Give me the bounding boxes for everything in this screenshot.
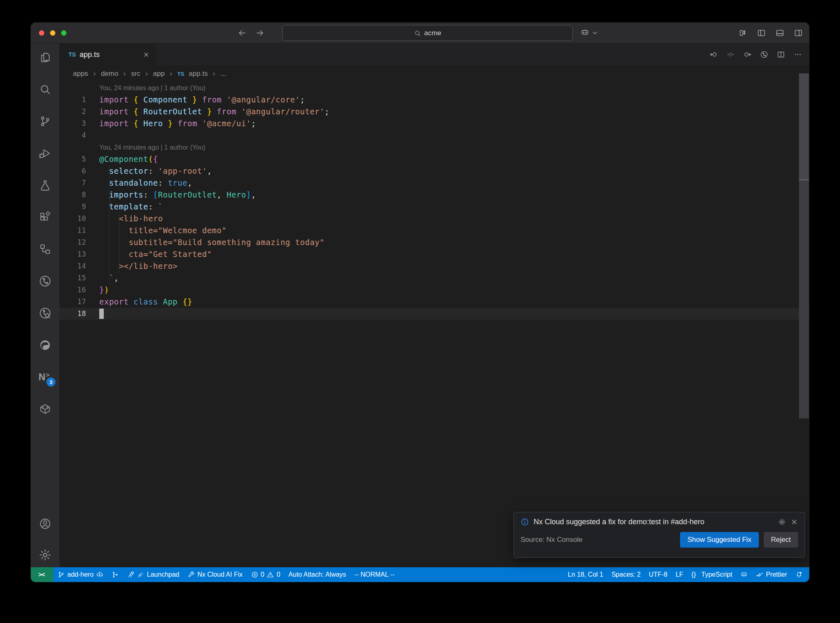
- forward-arrow-icon[interactable]: [256, 29, 264, 37]
- title-bar: acme: [31, 23, 809, 43]
- extensions-icon[interactable]: [39, 211, 52, 224]
- breadcrumb-item[interactable]: ...: [220, 70, 226, 78]
- code-line: 17export class App {}: [59, 296, 809, 308]
- notification-source: Source: Nx Console: [520, 536, 680, 544]
- minimize-window-button[interactable]: [50, 30, 55, 36]
- braces-icon: {}: [692, 571, 699, 578]
- activity-bar: N>3: [31, 43, 59, 567]
- editor-actions: [710, 43, 802, 66]
- cursor-position-status[interactable]: Ln 18, Col 1: [564, 567, 607, 582]
- prettier-status[interactable]: Prettier: [752, 567, 791, 582]
- launchpad-status[interactable]: Launchpad: [123, 567, 183, 582]
- indentation-status[interactable]: Spaces: 2: [607, 567, 645, 582]
- reject-button[interactable]: Reject: [764, 532, 798, 548]
- blame-annotation: You, 24 minutes ago | 1 author (You): [59, 82, 809, 94]
- notifications-bell[interactable]: [791, 567, 807, 582]
- source-control-icon[interactable]: [39, 115, 52, 128]
- notification-settings-icon[interactable]: [778, 518, 786, 526]
- rocket-icon: [127, 571, 135, 578]
- commit-search-icon[interactable]: [39, 307, 52, 320]
- breadcrumb: appsdemosrcappTSapp.ts...: [59, 66, 809, 82]
- settings-gear-icon[interactable]: [39, 548, 52, 562]
- chevron-down-icon: [592, 30, 598, 36]
- breadcrumb-item[interactable]: src: [131, 70, 140, 78]
- encoding-status[interactable]: UTF-8: [645, 567, 671, 582]
- cloud-upload-icon: [96, 571, 103, 578]
- status-label: Ln 18, Col 1: [568, 571, 603, 578]
- source-control-graph-icon[interactable]: [39, 275, 52, 288]
- source-control-graph-icon[interactable]: [760, 50, 768, 59]
- containers-icon[interactable]: [39, 402, 52, 416]
- tab-app-ts[interactable]: TS app.ts: [59, 43, 155, 66]
- language-mode-status[interactable]: {}TypeScript: [687, 567, 737, 582]
- wrench-icon: [187, 571, 195, 578]
- run-debug-icon[interactable]: [39, 147, 52, 160]
- code-line: 14 ></lib-hero>: [59, 260, 809, 272]
- eol-status[interactable]: LF: [671, 567, 687, 582]
- nav-current-icon[interactable]: [726, 50, 735, 59]
- code-line: 7 standalone: true,: [59, 177, 809, 189]
- back-arrow-icon[interactable]: [238, 29, 247, 37]
- nx-cloud-ai-fix-status[interactable]: Nx Cloud AI Fix: [183, 567, 247, 582]
- scrollbar-marker: [799, 180, 809, 180]
- breadcrumb-item[interactable]: demo: [101, 70, 119, 78]
- copilot-menu[interactable]: [580, 23, 598, 43]
- edge-tools-icon[interactable]: [39, 339, 52, 352]
- chevron-right-icon: [211, 71, 217, 77]
- more-actions-icon[interactable]: [794, 50, 802, 59]
- vim-mode-status[interactable]: -- NORMAL --: [350, 567, 399, 582]
- code-line: 11 title="Welcmoe demo": [59, 225, 809, 236]
- command-center-search[interactable]: acme: [282, 25, 573, 41]
- status-label: Launchpad: [147, 571, 179, 578]
- accounts-icon[interactable]: [39, 517, 52, 530]
- customize-layout-icon[interactable]: [739, 29, 747, 37]
- copilot-status[interactable]: [736, 567, 752, 582]
- search-icon[interactable]: [39, 83, 52, 96]
- nav-back-icon[interactable]: [710, 50, 718, 59]
- status-label: UTF-8: [649, 571, 667, 578]
- code-line: 15 `,: [59, 272, 809, 284]
- desktop-background: acme N>3 TS app.t: [0, 0, 840, 623]
- show-suggested-fix-button[interactable]: Show Suggested Fix: [680, 532, 759, 548]
- code-line: 4: [59, 130, 809, 141]
- status-label: Auto Attach: Always: [288, 571, 346, 578]
- pipeline-icon: [112, 571, 119, 578]
- git-graph-status[interactable]: [107, 567, 123, 582]
- toggle-sidebar-icon[interactable]: [757, 29, 766, 37]
- nx-console-icon[interactable]: N>3: [39, 371, 52, 384]
- testing-icon[interactable]: [39, 179, 52, 192]
- notification-toast: Nx Cloud suggested a fix for demo:test i…: [514, 512, 805, 558]
- remote-icon: ><: [39, 571, 46, 578]
- breadcrumb-item[interactable]: app: [153, 70, 164, 78]
- notification-close-icon[interactable]: [790, 518, 798, 526]
- toggle-secondary-sidebar-icon[interactable]: [794, 29, 803, 37]
- git-branch-status[interactable]: add-hero: [53, 567, 107, 582]
- problems-status[interactable]: 00: [247, 567, 285, 582]
- close-window-button[interactable]: [39, 30, 44, 36]
- project-hierarchy-icon[interactable]: [39, 243, 52, 256]
- info-icon: [520, 518, 529, 526]
- auto-attach-status[interactable]: Auto Attach: Always: [284, 567, 350, 582]
- status-label: TypeScript: [701, 571, 733, 578]
- split-editor-icon[interactable]: [777, 50, 785, 59]
- status-label: Nx Cloud AI Fix: [197, 571, 242, 578]
- remote-indicator[interactable]: ><: [31, 567, 53, 582]
- explorer-icon[interactable]: [39, 51, 52, 64]
- tab-close-icon[interactable]: [143, 51, 150, 58]
- code-line: 9 template: `: [59, 201, 809, 213]
- code-line: 16}): [59, 284, 809, 296]
- status-label: 0: [261, 571, 265, 578]
- copilot-icon: [740, 571, 748, 578]
- status-label: 0: [276, 571, 280, 578]
- ts-file-icon: TS: [68, 51, 76, 58]
- editor-scrollbar[interactable]: [799, 73, 809, 418]
- code-editor[interactable]: You, 24 minutes ago | 1 author (You)1imp…: [59, 82, 809, 567]
- vscode-window: acme N>3 TS app.t: [31, 23, 809, 582]
- toggle-panel-icon[interactable]: [776, 29, 784, 37]
- nav-forward-icon[interactable]: [743, 50, 751, 59]
- chevron-right-icon: [122, 71, 127, 77]
- breadcrumb-item[interactable]: app.ts: [189, 70, 208, 78]
- chevron-right-icon: [92, 71, 97, 77]
- zoom-window-button[interactable]: [61, 30, 66, 36]
- breadcrumb-item[interactable]: apps: [73, 70, 88, 78]
